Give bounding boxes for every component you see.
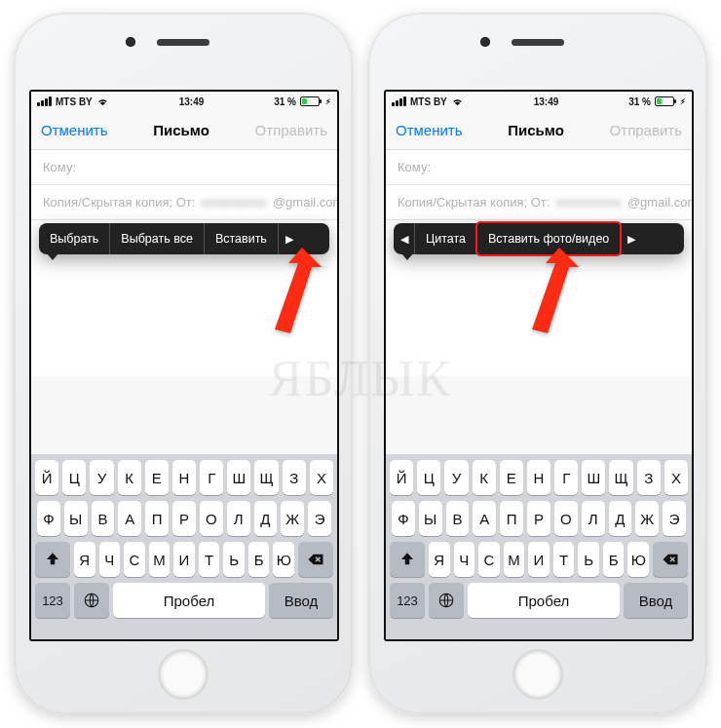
key[interactable]: Д bbox=[254, 501, 278, 536]
key[interactable]: И bbox=[173, 542, 195, 577]
key[interactable]: Н bbox=[527, 460, 550, 495]
key[interactable]: Э bbox=[663, 501, 686, 536]
key[interactable]: С bbox=[124, 542, 145, 577]
send-button[interactable]: Отправить bbox=[610, 122, 682, 138]
key[interactable]: С bbox=[478, 542, 500, 577]
key[interactable]: Л bbox=[227, 501, 250, 536]
key[interactable]: Й bbox=[390, 460, 413, 495]
home-button[interactable] bbox=[158, 649, 209, 700]
cc-from-field[interactable]: Копия/Скрытая копия; От: xxxxxxxxx @gmai… bbox=[31, 185, 337, 220]
cancel-button[interactable]: Отменить bbox=[41, 122, 108, 138]
shift-key[interactable] bbox=[35, 542, 70, 577]
to-field[interactable]: Кому: bbox=[31, 150, 337, 185]
key[interactable]: О bbox=[200, 501, 223, 536]
key[interactable]: Х bbox=[664, 460, 688, 495]
key[interactable]: Ю bbox=[627, 542, 649, 577]
ctx-item-insert-photo-video[interactable]: Вставить фото/видео bbox=[477, 223, 621, 254]
key[interactable]: Р bbox=[527, 501, 550, 536]
space-key[interactable]: Пробел bbox=[468, 583, 620, 618]
key[interactable]: Ь bbox=[223, 542, 245, 577]
key[interactable]: Ц bbox=[417, 460, 440, 495]
key[interactable]: Ж bbox=[635, 501, 659, 536]
key[interactable]: Щ bbox=[609, 460, 632, 495]
key[interactable]: Ф bbox=[392, 501, 415, 536]
key[interactable]: М bbox=[149, 542, 171, 577]
key[interactable]: Л bbox=[582, 501, 605, 536]
key[interactable]: Н bbox=[172, 460, 196, 495]
cc-from-field[interactable]: Копия/Скрытая копия; От: xxxxxxxxx @gmai… bbox=[386, 185, 692, 220]
key[interactable]: Ч bbox=[99, 542, 121, 577]
key[interactable]: П bbox=[500, 501, 523, 536]
numeric-key[interactable]: 123 bbox=[390, 583, 425, 618]
key[interactable]: Б bbox=[603, 542, 625, 577]
key[interactable]: Р bbox=[172, 501, 196, 536]
key[interactable]: Д bbox=[609, 501, 632, 536]
key[interactable]: Ч bbox=[454, 542, 475, 577]
numeric-key[interactable]: 123 bbox=[35, 583, 70, 618]
key[interactable]: Т bbox=[553, 542, 575, 577]
key[interactable]: И bbox=[528, 542, 550, 577]
key[interactable]: М bbox=[504, 542, 525, 577]
key[interactable]: А bbox=[473, 501, 496, 536]
key[interactable]: З bbox=[637, 460, 661, 495]
key[interactable]: Ф bbox=[37, 501, 60, 536]
signal-icon bbox=[392, 96, 406, 106]
key[interactable]: О bbox=[554, 501, 578, 536]
key[interactable]: А bbox=[118, 501, 141, 536]
globe-key[interactable] bbox=[429, 583, 464, 618]
send-button[interactable]: Отправить bbox=[255, 122, 327, 138]
key[interactable]: П bbox=[145, 501, 169, 536]
ctx-item-paste[interactable]: Вставить bbox=[205, 223, 279, 254]
key[interactable]: К bbox=[473, 460, 496, 495]
shift-key[interactable] bbox=[390, 542, 425, 577]
ctx-item-select[interactable]: Выбрать bbox=[39, 223, 110, 254]
ctx-next-arrow[interactable]: ▶ bbox=[279, 223, 300, 254]
key[interactable]: Ш bbox=[582, 460, 605, 495]
key[interactable]: Ь bbox=[578, 542, 599, 577]
clock: 13:49 bbox=[534, 96, 559, 107]
phone-right: MTS BY 13:49 31 % ⚡︎ Отменить Письмо Отп… bbox=[368, 13, 707, 714]
ctx-next-arrow[interactable]: ▶ bbox=[621, 223, 642, 254]
ctx-item-quote[interactable]: Цитата bbox=[415, 223, 477, 254]
key[interactable]: Й bbox=[35, 460, 58, 495]
enter-key[interactable]: Ввод bbox=[269, 583, 333, 618]
key[interactable]: Ш bbox=[227, 460, 250, 495]
charging-icon: ⚡︎ bbox=[325, 97, 331, 106]
key[interactable]: Ц bbox=[62, 460, 86, 495]
key[interactable]: Щ bbox=[254, 460, 278, 495]
key[interactable]: Ю bbox=[273, 542, 294, 577]
key[interactable]: Г bbox=[554, 460, 578, 495]
key[interactable]: Ж bbox=[281, 501, 304, 536]
key[interactable]: Х bbox=[310, 460, 333, 495]
key[interactable]: Г bbox=[200, 460, 223, 495]
key[interactable]: Э bbox=[308, 501, 331, 536]
key[interactable]: Я bbox=[74, 542, 95, 577]
key[interactable]: Я bbox=[429, 542, 450, 577]
key[interactable]: В bbox=[92, 501, 115, 536]
ctx-prev-arrow[interactable]: ◀ bbox=[394, 223, 415, 254]
key[interactable]: В bbox=[446, 501, 470, 536]
ctx-item-select-all[interactable]: Выбрать все bbox=[110, 223, 205, 254]
key[interactable]: У bbox=[444, 460, 468, 495]
backspace-key[interactable] bbox=[653, 542, 688, 577]
key[interactable]: Е bbox=[500, 460, 523, 495]
cancel-button[interactable]: Отменить bbox=[396, 122, 463, 138]
key[interactable]: Ы bbox=[419, 501, 442, 536]
to-field[interactable]: Кому: bbox=[386, 150, 692, 185]
cc-label: Копия/Скрытая копия; От: bbox=[43, 195, 195, 210]
backspace-key[interactable] bbox=[298, 542, 333, 577]
space-key[interactable]: Пробел bbox=[113, 583, 265, 618]
key[interactable]: Е bbox=[145, 460, 169, 495]
key[interactable]: Ы bbox=[64, 501, 88, 536]
key[interactable]: З bbox=[283, 460, 306, 495]
key[interactable]: Т bbox=[199, 542, 220, 577]
battery-pct: 31 % bbox=[274, 96, 296, 107]
page-title: Письмо bbox=[153, 122, 209, 138]
enter-key[interactable]: Ввод bbox=[624, 583, 688, 618]
home-button[interactable] bbox=[512, 649, 563, 700]
key[interactable]: Б bbox=[248, 542, 270, 577]
globe-key[interactable] bbox=[74, 583, 109, 618]
phone-left: MTS BY 13:49 31 % ⚡︎ Отменить Письмо Отп… bbox=[14, 13, 353, 714]
key[interactable]: К bbox=[118, 460, 141, 495]
key[interactable]: У bbox=[90, 460, 113, 495]
